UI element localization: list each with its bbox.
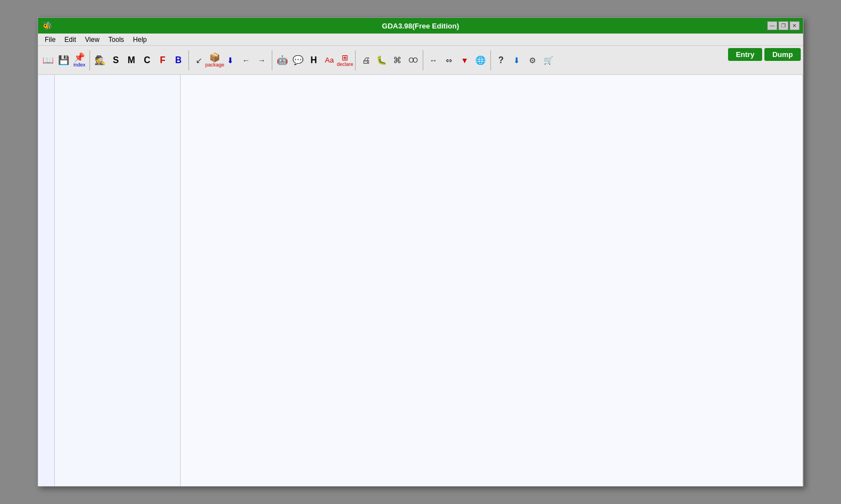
divider-3 — [272, 50, 272, 70]
index-icon: 📌 — [74, 53, 85, 62]
toolbar-right: Entry Dump — [728, 48, 801, 61]
toolbar-group-6: ↔ ⇔ ▼ 🌐 — [426, 48, 488, 73]
entry-button[interactable]: Entry — [728, 48, 762, 61]
declare-button[interactable]: ⊞ declare — [337, 48, 353, 73]
forward-arrow-icon: → — [258, 56, 266, 64]
m-icon: M — [127, 56, 135, 65]
person-button[interactable]: 🕵 — [92, 48, 108, 73]
bug-icon: 🐛 — [376, 56, 387, 64]
declare-label: declare — [337, 62, 353, 67]
download-icon: ⬇ — [513, 56, 520, 64]
package-label: package — [205, 63, 224, 68]
link-button[interactable]: ↔ — [426, 48, 441, 73]
link-icon: ↔ — [429, 56, 437, 64]
mid-panel — [55, 75, 181, 486]
toolbar-group-1: 📖 💾 📌 index — [40, 48, 87, 73]
restore-button[interactable]: ❐ — [778, 21, 788, 30]
command-button[interactable]: ⌘ — [389, 48, 405, 73]
package-icon: 📦 — [209, 53, 220, 62]
dump-button[interactable]: Dump — [764, 48, 801, 61]
f-button[interactable]: F — [155, 48, 171, 73]
circle-icon: OO — [409, 57, 417, 64]
c-button[interactable]: C — [139, 48, 155, 73]
declare-icon: ⊞ — [342, 54, 348, 61]
toolbar-group-7: ? ⬇ ⚙ 🛒 — [493, 48, 556, 73]
android-icon: 🤖 — [277, 56, 288, 65]
menu-file[interactable]: File — [40, 35, 60, 45]
main-window: 🐝 GDA3.98(Free Edition) — ❐ ✕ File Edit … — [37, 17, 804, 487]
backhook-icon: ↙ — [196, 56, 202, 64]
b-icon: B — [175, 56, 182, 65]
globe-icon: 🌐 — [475, 56, 486, 64]
gear-icon: ⚙ — [529, 56, 536, 64]
cart-button[interactable]: 🛒 — [540, 48, 556, 73]
dbl-link-button[interactable]: ⇔ — [441, 48, 457, 73]
toolbar-group-5: 🖨 🐛 ⌘ OO — [358, 48, 421, 73]
title-bar: 🐝 GDA3.98(Free Edition) — ❐ ✕ — [38, 18, 803, 34]
help-button[interactable]: ? — [493, 48, 509, 73]
command-icon: ⌘ — [393, 56, 401, 64]
divider-5 — [423, 50, 423, 70]
main-panel — [181, 75, 803, 486]
circle-button[interactable]: OO — [405, 48, 421, 73]
cart-icon: 🛒 — [544, 56, 553, 64]
divider-2 — [188, 50, 189, 70]
menu-tools[interactable]: Tools — [104, 35, 129, 45]
printer-button[interactable]: 🖨 — [358, 48, 374, 73]
divider-4 — [355, 50, 356, 70]
toolbar-group-2: 🕵 S M C F B — [92, 48, 186, 73]
arrowdown-button[interactable]: ⬇ — [223, 48, 238, 73]
arrowdown-icon: ⬇ — [227, 56, 234, 64]
settings-button[interactable]: ⚙ — [525, 48, 540, 73]
book-button[interactable]: 📖 — [40, 48, 56, 73]
forward-arrow-button[interactable]: → — [254, 48, 270, 73]
fill-down-icon: ▼ — [461, 56, 469, 64]
menu-edit[interactable]: Edit — [60, 35, 81, 45]
menu-help[interactable]: Help — [129, 35, 152, 45]
printer-icon: 🖨 — [362, 56, 370, 64]
left-narrow-panel — [38, 75, 55, 486]
app-icon: 🐝 — [41, 20, 53, 31]
f-icon: F — [160, 56, 166, 65]
minimize-button[interactable]: — — [767, 21, 777, 30]
index-button[interactable]: 📌 index — [72, 48, 87, 73]
m-button[interactable]: M — [124, 48, 139, 73]
book-icon: 📖 — [42, 56, 54, 65]
window-controls: — ❐ ✕ — [767, 21, 800, 30]
index-label: index — [73, 63, 86, 68]
content-area — [38, 75, 803, 486]
fill-down-button[interactable]: ▼ — [457, 48, 473, 73]
close-button[interactable]: ✕ — [790, 21, 800, 30]
back-arrow-icon: ← — [242, 56, 250, 64]
s-button[interactable]: S — [108, 48, 124, 73]
search-icon: Aa — [325, 56, 334, 64]
b-button[interactable]: B — [171, 48, 186, 73]
save-icon: 💾 — [58, 56, 69, 65]
title-bar-left: 🐝 — [41, 20, 53, 31]
c-icon: C — [144, 56, 150, 65]
android-button[interactable]: 🤖 — [275, 48, 290, 73]
search-button[interactable]: Aa — [322, 48, 337, 73]
backhook-button[interactable]: ↙ — [191, 48, 207, 73]
bug-button[interactable]: 🐛 — [374, 48, 389, 73]
person-icon: 🕵 — [95, 56, 106, 65]
back-arrow-button[interactable]: ← — [238, 48, 254, 73]
chat-button[interactable]: 💬 — [290, 48, 306, 73]
divider-6 — [490, 50, 491, 70]
globe-button[interactable]: 🌐 — [473, 48, 488, 73]
s-icon: S — [113, 56, 119, 65]
download-button[interactable]: ⬇ — [509, 48, 525, 73]
menu-view[interactable]: View — [81, 35, 104, 45]
toolbar-group-3: ↙ 📦 package ⬇ ← → — [191, 48, 270, 73]
package-button[interactable]: 📦 package — [207, 48, 223, 73]
toolbar: 📖 💾 📌 index 🕵 S M — [38, 46, 803, 75]
chat-icon: 💬 — [292, 56, 304, 65]
save-button[interactable]: 💾 — [56, 48, 72, 73]
h-icon: H — [310, 56, 317, 65]
menu-bar: File Edit View Tools Help — [38, 34, 803, 46]
dbl-link-icon: ⇔ — [446, 56, 452, 64]
window-title: GDA3.98(Free Edition) — [382, 22, 459, 30]
question-icon: ? — [498, 56, 504, 65]
h-button[interactable]: H — [306, 48, 322, 73]
divider-1 — [89, 50, 90, 70]
